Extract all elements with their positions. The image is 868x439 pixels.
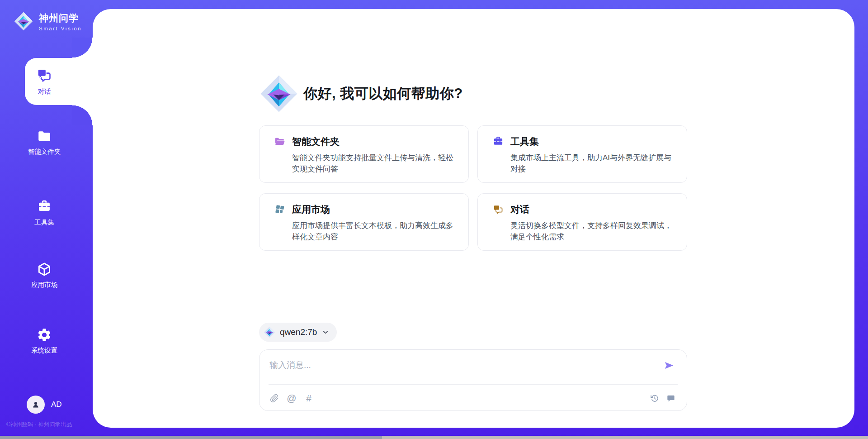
- greeting-row: 你好, 我可以如何帮助你?: [259, 74, 463, 114]
- composer-tools-right: [650, 393, 676, 403]
- hash-icon[interactable]: #: [304, 393, 314, 403]
- user-profile[interactable]: AD: [27, 396, 62, 414]
- card-description: 集成市场上主流工具，助力AI与外界无缝扩展与对接: [510, 152, 675, 175]
- message-composer: 输入消息... @ #: [259, 349, 687, 411]
- folder-open-icon: [274, 136, 286, 148]
- card-toolset[interactable]: 工具集 集成市场上主流工具，助力AI与外界无缝扩展与对接: [477, 125, 687, 183]
- history-icon[interactable]: [650, 393, 660, 403]
- app-grid-icon: [274, 204, 286, 215]
- brand-diamond-icon: [14, 11, 33, 31]
- model-selector[interactable]: qwen2:7b: [259, 323, 337, 342]
- active-nav-scoop-bottom: [72, 105, 93, 125]
- greeting-title: 你好, 我可以如何帮助你?: [303, 84, 463, 103]
- card-description: 应用市场提供丰富长文本模板，助力高效生成多样化文章内容: [292, 220, 457, 243]
- mention-icon[interactable]: @: [287, 393, 297, 403]
- message-input[interactable]: 输入消息...: [269, 359, 655, 371]
- sidebar-item-label: 对话: [38, 87, 51, 96]
- sidebar-item-label: 工具集: [34, 218, 54, 227]
- paperclip-icon[interactable]: [269, 393, 279, 403]
- toolbox-icon: [37, 199, 52, 215]
- card-title: 智能文件夹: [292, 135, 340, 148]
- composer-divider: [269, 384, 678, 385]
- folder-icon: [37, 129, 52, 144]
- screen-bottom-edge: [0, 436, 868, 439]
- composer-toolbar: @ #: [269, 393, 676, 403]
- model-name: qwen2:7b: [280, 327, 317, 337]
- sidebar-item-app-market[interactable]: 应用市场: [23, 259, 66, 291]
- sidebar-footer-credit: ©神州数码 · 神州问学出品: [6, 421, 72, 429]
- brand-logo: 神州问学 Smart Vision: [14, 11, 82, 31]
- card-description: 智能文件夹功能支持批量文件上传与清洗，轻松实现文件问答: [292, 152, 457, 175]
- sidebar-item-chat[interactable]: 对话: [23, 58, 66, 105]
- toolbox-icon: [492, 136, 504, 148]
- cube-icon: [37, 262, 52, 277]
- sidebar-item-label: 系统设置: [31, 346, 57, 355]
- brand-diamond-icon: [259, 74, 299, 114]
- card-app-market[interactable]: 应用市场 应用市场提供丰富长文本模板，助力高效生成多样化文章内容: [259, 193, 469, 251]
- chevron-down-icon: [321, 328, 330, 336]
- composer-tools-left: @ #: [269, 393, 314, 403]
- sidebar-item-smart-folder[interactable]: 智能文件夹: [23, 126, 66, 158]
- message-icon[interactable]: [666, 393, 676, 403]
- chat-bubbles-icon: [36, 67, 53, 84]
- sidebar-item-label: 智能文件夹: [28, 148, 61, 156]
- sidebar-item-label: 应用市场: [31, 281, 57, 289]
- chat-bubbles-icon: [492, 204, 504, 215]
- sidebar-item-settings[interactable]: 系统设置: [23, 324, 66, 357]
- card-smart-folder[interactable]: 智能文件夹 智能文件夹功能支持批量文件上传与清洗，轻松实现文件问答: [259, 125, 469, 183]
- brand-diamond-icon: [264, 326, 275, 338]
- card-title: 工具集: [510, 135, 539, 148]
- card-title: 应用市场: [292, 203, 330, 216]
- feature-cards: 智能文件夹 智能文件夹功能支持批量文件上传与清洗，轻松实现文件问答 工具集 集成…: [259, 125, 687, 251]
- sidebar: 神州问学 Smart Vision 对话 智能文件夹 工具集 应用市场 系统设置…: [0, 0, 93, 436]
- user-avatar-icon: [27, 396, 45, 414]
- card-chat[interactable]: 对话 灵活切换多模型文件，支持多样回复效果调试，满足个性化需求: [477, 193, 687, 251]
- send-icon[interactable]: [663, 359, 675, 372]
- sidebar-item-toolset[interactable]: 工具集: [23, 196, 66, 229]
- main-content: 你好, 我可以如何帮助你? 智能文件夹 智能文件夹功能支持批量文件上传与清洗，轻…: [93, 9, 854, 428]
- gear-icon: [37, 327, 52, 343]
- card-description: 灵活切换多模型文件，支持多样回复效果调试，满足个性化需求: [510, 220, 675, 243]
- brand-name: 神州问学: [39, 12, 82, 24]
- active-nav-scoop-top: [72, 38, 93, 58]
- brand-subtitle: Smart Vision: [39, 26, 82, 31]
- user-name: AD: [51, 400, 62, 409]
- card-title: 对话: [510, 203, 529, 216]
